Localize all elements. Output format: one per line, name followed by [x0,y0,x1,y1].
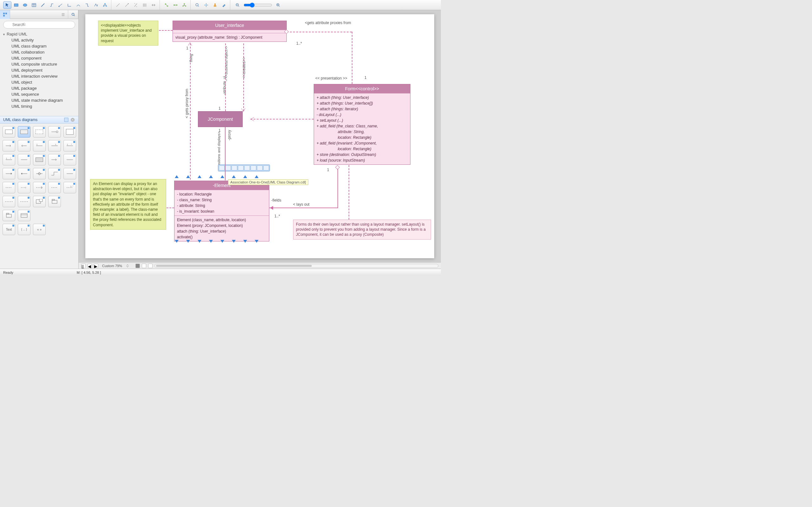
palette-item[interactable] [3,196,15,207]
tree-item[interactable]: UML deployment [0,67,78,73]
palette-item[interactable]: 1* [63,140,76,152]
palette-item[interactable] [3,126,15,137]
palette-item[interactable] [33,168,46,179]
list-tab[interactable] [58,10,68,19]
palette-item[interactable] [3,140,15,152]
tree-item[interactable]: UML state machine diagram [0,97,78,103]
tree-item[interactable]: UML component [0,55,78,61]
palette-item[interactable] [18,154,31,165]
realization-connector[interactable] [250,119,314,119]
association-connector[interactable] [338,169,338,208]
zoom-slider[interactable] [244,3,272,8]
line-tool[interactable] [39,1,47,9]
library-header[interactable]: UML class diagrams [0,116,78,124]
mini-tool[interactable] [232,165,237,170]
mini-tool[interactable] [251,165,256,170]
connector-tool-1[interactable] [48,1,56,9]
mini-tool[interactable] [263,165,269,170]
tree-item[interactable]: UML interaction overview [0,73,78,79]
search-input[interactable] [3,21,75,29]
rect-tool[interactable] [12,1,20,9]
connector-tool-3[interactable] [65,1,73,9]
connector-tool-4[interactable] [74,1,83,9]
palette-item[interactable] [33,154,46,165]
zoom-out-button[interactable] [234,1,242,9]
stamp-tool[interactable] [211,1,219,9]
search-tab[interactable] [68,10,78,19]
palette-constraint-item[interactable]: { ... } [18,224,31,235]
palette-item[interactable] [3,168,15,179]
close-lib-icon[interactable] [70,117,75,122]
selection-handles[interactable] [175,240,258,243]
tree-category[interactable]: Rapid UML [0,31,78,37]
zoom-in-icon[interactable] [193,1,201,9]
page-pause[interactable]: || [81,264,86,268]
palette-item[interactable] [18,196,31,207]
palette-item[interactable] [48,168,61,179]
palette-text-item[interactable]: Text [3,224,15,235]
association-connector[interactable] [243,43,244,111]
eyedrop-tool[interactable] [220,1,228,9]
view-mode-2[interactable] [142,264,146,268]
palette-item[interactable] [33,182,46,193]
connector-tool-2[interactable] [56,1,65,9]
palette-item[interactable] [63,154,76,165]
dependency-connector[interactable] [166,208,174,208]
mini-tool[interactable] [238,165,244,170]
layout-tool-3[interactable] [180,1,189,9]
tree-item[interactable]: UML object [0,79,78,85]
connector-tool-6[interactable] [92,1,100,9]
horizontal-scrollbar[interactable] [154,264,438,268]
dependency-connector[interactable] [349,165,349,220]
tree-item[interactable]: UML activity [0,37,78,43]
palette-item[interactable] [18,168,31,179]
connector-tool-5[interactable] [83,1,91,9]
palette-item[interactable]: 1 [33,140,46,152]
palette-item[interactable] [48,182,61,193]
tree-item[interactable]: UML composite structure [0,61,78,67]
layout-tool-1[interactable] [162,1,171,9]
palette-item[interactable] [18,140,31,152]
palette-item[interactable] [33,126,46,137]
align-tool-2[interactable] [123,1,131,9]
palette-item[interactable] [48,196,61,207]
pan-tool[interactable] [202,1,210,9]
mini-tool[interactable] [219,165,224,170]
view-mode-1[interactable] [136,264,140,268]
mini-tool[interactable] [225,165,231,170]
palette-item[interactable]: 1* [3,154,15,165]
save-lib-icon[interactable] [64,117,69,122]
uml-note[interactable]: <<displayable>>objects implement User_in… [98,20,158,46]
palette-stereotype-item[interactable]: « » [33,224,46,235]
layout-tool-2[interactable] [171,1,180,9]
dependency-connector[interactable] [287,32,352,32]
page-prev[interactable]: ◀ [88,264,92,268]
association-connector[interactable] [190,43,191,180]
palette-item[interactable] [3,182,15,193]
view-mode-3[interactable] [148,264,153,268]
uml-note[interactable]: An Element can display a proxy for an ab… [90,179,166,230]
association-connector[interactable] [269,208,338,208]
align-tool-3[interactable] [132,1,140,9]
association-connector[interactable] [225,43,226,111]
tree-item[interactable]: UML class diagram [0,43,78,49]
tree-item[interactable]: UML collaboration [0,49,78,55]
palette-item[interactable]: 1..* [63,182,76,193]
pointer-tool[interactable] [3,1,11,9]
mini-tool[interactable] [244,165,250,170]
stepper-icon[interactable] [126,264,129,268]
library-tab[interactable] [0,10,10,19]
class-jcomponent[interactable]: JComponent [198,111,243,127]
mini-tool[interactable] [257,165,263,170]
dependency-connector[interactable] [352,32,352,84]
align-tool-5[interactable] [149,1,158,9]
tree-item[interactable]: UML package [0,85,78,91]
class-form[interactable]: Form<<control>> + attach (thing: User_in… [314,84,410,165]
class-user-interface[interactable]: User_interface visual_proxy (attribute_n… [172,20,287,42]
align-tool-4[interactable] [141,1,149,9]
palette-item[interactable] [18,126,31,137]
diagram-canvas[interactable]: <<displayable>>objects implement User_in… [85,14,434,258]
association-connector[interactable] [225,127,225,180]
palette-item[interactable] [48,154,61,165]
palette-item[interactable] [3,210,15,221]
